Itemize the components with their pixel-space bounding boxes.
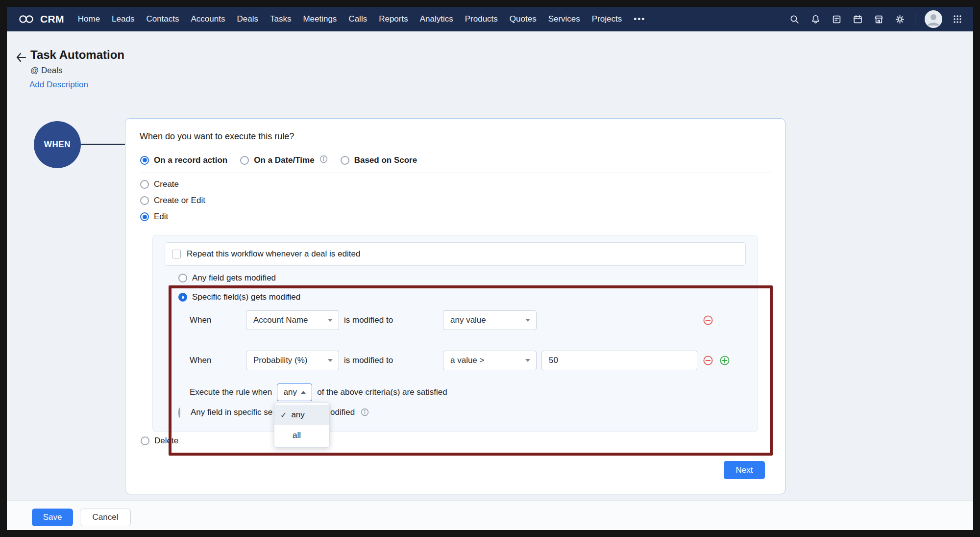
criteria-pattern-dropdown[interactable]: any: [277, 384, 312, 401]
option-label: Create or Edit: [154, 196, 205, 205]
step-connector-line: [81, 144, 125, 145]
nav-item-meetings[interactable]: Meetings: [297, 14, 343, 24]
option-on-record-action[interactable]: On a record action: [140, 155, 227, 165]
remove-criteria-icon[interactable]: [703, 355, 713, 366]
criteria-value-input[interactable]: [541, 351, 697, 370]
user-avatar[interactable]: [925, 10, 942, 28]
rule-config-card: When do you want to execute this rule? O…: [125, 118, 785, 494]
footer-bar: [7, 500, 973, 531]
marketplace-icon[interactable]: [873, 13, 884, 25]
nav-items: Home Leads Contacts Accounts Deals Tasks…: [72, 14, 651, 24]
add-description-link[interactable]: Add Description: [29, 80, 88, 90]
radio-any-field[interactable]: [178, 274, 187, 282]
chevron-down-icon: [328, 359, 333, 362]
crm-logo[interactable]: [18, 13, 35, 25]
radio-specific-field[interactable]: [178, 293, 187, 302]
next-button[interactable]: Next: [724, 461, 765, 479]
menu-option-any[interactable]: ✓ any: [274, 405, 329, 425]
option-edit[interactable]: Edit: [140, 212, 168, 222]
save-button[interactable]: Save: [32, 509, 73, 526]
notifications-bell-icon[interactable]: [809, 13, 821, 25]
menu-option-label: any: [291, 410, 304, 420]
nav-item-products[interactable]: Products: [459, 14, 504, 24]
option-label: Specific field(s) gets modified: [192, 292, 300, 302]
trigger-options-row: On a record action On a Date/Time Based …: [140, 155, 417, 165]
criteria-pattern-menu: ✓ any all: [274, 403, 330, 448]
option-label: On a Date/Time: [254, 155, 314, 165]
nav-item-home[interactable]: Home: [72, 14, 106, 24]
repeat-workflow-box[interactable]: Repeat this workflow whenever a deal is …: [165, 242, 746, 266]
option-any-field-modified[interactable]: Any field gets modified: [178, 273, 276, 283]
nav-more-button[interactable]: •••: [628, 14, 651, 24]
field-dropdown[interactable]: Account Name: [246, 310, 339, 330]
when-label: When: [190, 351, 211, 370]
is-modified-to-label: is modified to: [344, 351, 393, 370]
criteria-row-1: When Account Name is modified to any val…: [153, 310, 758, 330]
nav-item-reports[interactable]: Reports: [373, 14, 414, 24]
menu-option-all[interactable]: all: [274, 425, 329, 446]
nav-item-contacts[interactable]: Contacts: [140, 14, 185, 24]
apps-grid-icon[interactable]: [952, 13, 963, 25]
radio-on-record-action[interactable]: [140, 156, 149, 165]
feed-icon[interactable]: [831, 13, 842, 25]
edit-config-panel: Repeat this workflow whenever a deal is …: [152, 235, 758, 432]
nav-right: [788, 10, 973, 28]
radio-create[interactable]: [140, 180, 149, 189]
info-icon: [319, 155, 328, 165]
radio-edit[interactable]: [140, 212, 149, 221]
option-based-on-score[interactable]: Based on Score: [341, 155, 417, 165]
nav-item-accounts[interactable]: Accounts: [185, 14, 231, 24]
radio-create-or-edit[interactable]: [140, 196, 149, 205]
remove-criteria-icon[interactable]: [703, 315, 713, 326]
nav-item-calls[interactable]: Calls: [343, 14, 373, 24]
cancel-button[interactable]: Cancel: [80, 509, 131, 526]
criteria-dropdown-value: a value >: [450, 356, 484, 365]
option-create[interactable]: Create: [140, 179, 179, 189]
nav-item-tasks[interactable]: Tasks: [264, 14, 297, 24]
page-title: Task Automation: [30, 48, 124, 62]
back-arrow-icon[interactable]: [15, 51, 27, 64]
brand-name: CRM: [40, 13, 64, 25]
option-label: Create: [154, 179, 179, 189]
criteria-pattern-value: any: [284, 387, 297, 397]
option-specific-field-modified[interactable]: Specific field(s) gets modified: [178, 292, 300, 302]
criteria-dropdown[interactable]: any value: [443, 310, 537, 330]
nav-item-projects[interactable]: Projects: [586, 14, 628, 24]
execute-rule-row: Execute the rule when any of the above c…: [190, 384, 447, 401]
option-on-date-time[interactable]: On a Date/Time: [240, 155, 327, 165]
criteria-dropdown[interactable]: a value >: [443, 351, 537, 370]
add-criteria-icon[interactable]: [719, 355, 730, 366]
chevron-down-icon: [328, 319, 333, 322]
calendar-icon[interactable]: [852, 13, 863, 25]
repeat-workflow-label: Repeat this workflow whenever a deal is …: [187, 249, 360, 259]
option-any-field-in-section: Any field in specific se odified: [153, 407, 758, 420]
rule-question: When do you want to execute this rule?: [140, 131, 294, 142]
criteria-dropdown-value: any value: [450, 315, 486, 325]
repeat-workflow-checkbox[interactable]: [172, 250, 181, 258]
section-divider: [139, 173, 771, 173]
menu-option-label: all: [293, 431, 301, 440]
radio-on-date-time[interactable]: [240, 156, 249, 165]
option-label: Any field gets modified: [192, 273, 276, 283]
execute-prefix: Execute the rule when: [190, 387, 272, 397]
nav-item-quotes[interactable]: Quotes: [504, 14, 542, 24]
option-label: Edit: [154, 212, 168, 222]
criteria-row-2: When Probability (%) is modified to a va…: [153, 351, 758, 370]
chevron-down-icon: [525, 359, 530, 362]
settings-gear-icon[interactable]: [894, 13, 906, 25]
radio-based-on-score[interactable]: [341, 156, 349, 165]
field-dropdown[interactable]: Probability (%): [246, 351, 339, 370]
nav-item-leads[interactable]: Leads: [106, 14, 140, 24]
option-delete[interactable]: Delete: [141, 436, 178, 446]
is-modified-to-label: is modified to: [344, 310, 393, 330]
nav-item-analytics[interactable]: Analytics: [414, 14, 459, 24]
option-label: Delete: [154, 436, 178, 446]
option-label: Based on Score: [354, 155, 417, 165]
nav-item-services[interactable]: Services: [542, 14, 586, 24]
top-nav: CRM Home Leads Contacts Accounts Deals T…: [7, 7, 973, 31]
radio-delete[interactable]: [141, 436, 149, 445]
option-create-or-edit[interactable]: Create or Edit: [140, 196, 205, 205]
radio-any-field-in-section[interactable]: [178, 408, 180, 418]
search-icon[interactable]: [788, 13, 800, 25]
nav-item-deals[interactable]: Deals: [231, 14, 264, 24]
